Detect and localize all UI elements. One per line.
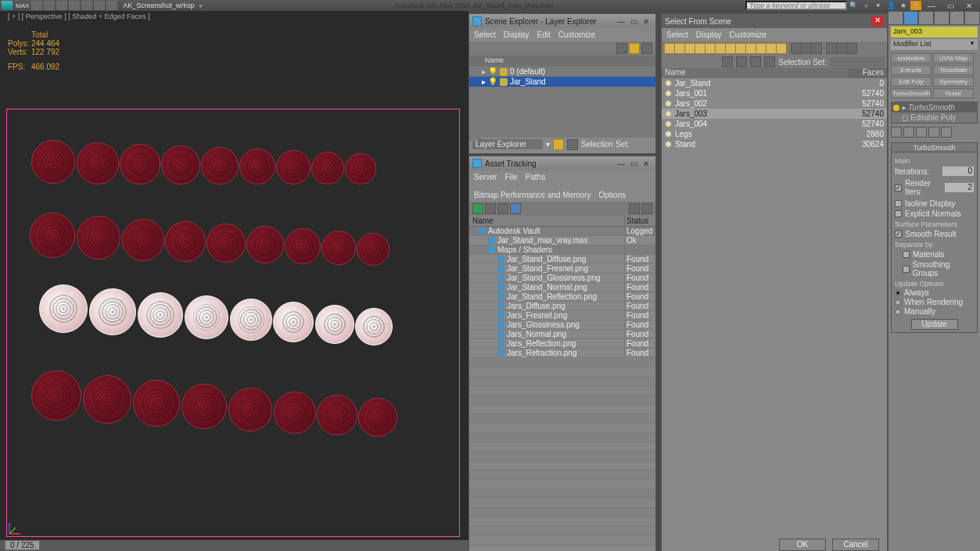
- asset-row[interactable]: Jar_Stand_Reflection.pngFound: [469, 292, 655, 302]
- tree-header-name[interactable]: Name: [469, 55, 655, 66]
- select-row[interactable]: Jars_00352740: [662, 109, 887, 119]
- minimize-panel-button[interactable]: —: [615, 17, 627, 26]
- filter-warp-icon[interactable]: [725, 43, 736, 54]
- view-mode-icon[interactable]: [629, 43, 640, 54]
- menu-display[interactable]: Display: [504, 30, 529, 39]
- table-view-icon[interactable]: [510, 203, 521, 214]
- render-iters-checkbox[interactable]: ✓: [895, 184, 902, 191]
- tree-view-icon[interactable]: [485, 203, 496, 214]
- asset-row[interactable]: Jar_Stand_Diffuse.pngFound: [469, 255, 655, 264]
- link-icon[interactable]: [94, 1, 105, 10]
- signin-icon[interactable]: 👤: [885, 1, 896, 10]
- close-panel-button[interactable]: ✕: [640, 17, 652, 26]
- display-children-icon[interactable]: [791, 43, 802, 54]
- asset-row[interactable]: Jar_Stand_Normal.pngFound: [469, 283, 655, 292]
- manually-radio[interactable]: [895, 309, 901, 315]
- redo-icon[interactable]: [81, 1, 92, 10]
- search-icon[interactable]: [846, 43, 857, 54]
- filter-light-icon[interactable]: [695, 43, 705, 54]
- lock-icon[interactable]: [764, 56, 775, 67]
- display-influences-icon[interactable]: [801, 43, 812, 54]
- select-row[interactable]: Jar_Stand0: [662, 78, 887, 88]
- ok-button[interactable]: OK: [779, 538, 826, 551]
- filter-shape-icon[interactable]: [684, 43, 695, 54]
- project-icon[interactable]: [106, 1, 117, 10]
- smooth-result-checkbox[interactable]: ✓: [895, 231, 902, 238]
- lock-icon[interactable]: [553, 139, 564, 150]
- new-icon[interactable]: [31, 1, 42, 10]
- menu-customize[interactable]: Customize: [558, 30, 595, 39]
- timeline-frame[interactable]: 0 / 225: [5, 540, 40, 550]
- create-tab-icon[interactable]: [888, 11, 903, 25]
- filter-group-icon[interactable]: [735, 43, 746, 54]
- menu-file[interactable]: File: [504, 172, 517, 182]
- pin-stack-icon[interactable]: [891, 127, 902, 138]
- asset-row[interactable]: Jars_Fresnel.pngFound: [469, 311, 655, 320]
- hierarchy-tab-icon[interactable]: [918, 11, 934, 25]
- filter-container-icon[interactable]: [766, 43, 777, 54]
- utilities-tab-icon[interactable]: [964, 11, 980, 25]
- asset-row[interactable]: Jar_Stand_max_vray.maxOk: [469, 236, 655, 245]
- scene-explorer-titlebar[interactable]: Scene Explorer - Layer Explorer — ▭ ✕: [469, 14, 655, 28]
- menu-customize[interactable]: Customize: [730, 30, 766, 39]
- rollout-header[interactable]: TurboSmooth: [891, 142, 978, 152]
- menu-display[interactable]: Display: [696, 30, 722, 39]
- asset-row[interactable]: Jars_Normal.pngFound: [469, 330, 655, 339]
- motion-tab-icon[interactable]: [934, 11, 949, 25]
- modifier-button[interactable]: Extrude: [891, 65, 932, 75]
- stack-item[interactable]: TurboSmooth: [908, 103, 955, 112]
- open-icon[interactable]: [44, 1, 55, 10]
- tree-row[interactable]: ▸💡 Jar_Stand: [469, 77, 655, 87]
- modifier-button[interactable]: TurboSmooth: [891, 88, 932, 98]
- select-row[interactable]: Jars_00452740: [662, 119, 887, 129]
- modifier-button[interactable]: UVW Map: [933, 53, 974, 63]
- show-end-icon[interactable]: [903, 127, 914, 138]
- menu-select[interactable]: Select: [474, 30, 496, 39]
- filter-bone-icon[interactable]: [756, 43, 766, 54]
- maximize-panel-button[interactable]: ▭: [627, 159, 640, 168]
- favorite-icon[interactable]: ★: [898, 1, 909, 10]
- menu-select[interactable]: Select: [666, 30, 688, 39]
- modifier-button[interactable]: Tessellate: [933, 65, 974, 75]
- filter-icon[interactable]: [616, 43, 627, 54]
- expand-icon[interactable]: [736, 56, 747, 67]
- asset-row[interactable]: Jar_Stand_Glossiness.pngFound: [469, 274, 655, 283]
- connect-icon[interactable]: ⟐: [860, 1, 871, 10]
- object-name-field[interactable]: Jars_003: [891, 27, 978, 38]
- select-depends-icon[interactable]: [836, 43, 847, 54]
- menu-options[interactable]: Options: [599, 190, 626, 200]
- modifier-button[interactable]: enderable Spli: [891, 53, 932, 63]
- modifier-stack[interactable]: ▸TurboSmooth ◻Editable Poly: [891, 102, 978, 123]
- tree-row[interactable]: ▸💡 0 (default): [469, 66, 655, 77]
- asset-col-name[interactable]: Name: [469, 216, 624, 226]
- explorer-type-dropdown[interactable]: Layer Explorer: [472, 139, 543, 149]
- menu-bitmap[interactable]: Bitmap Performance and Memory: [474, 190, 591, 200]
- isoline-checkbox[interactable]: [895, 200, 902, 207]
- minimize-panel-button[interactable]: —: [615, 159, 627, 168]
- select-from-scene-titlebar[interactable]: Select From Scene ✕: [662, 14, 887, 28]
- asset-row[interactable]: Jars_Reflection.pngFound: [469, 339, 655, 349]
- menu-paths[interactable]: Paths: [526, 172, 546, 182]
- filter-cam-icon[interactable]: [705, 43, 716, 54]
- asset-row[interactable]: Jars_Diffuse.pngFound: [469, 302, 655, 311]
- asset-row[interactable]: Jar_Stand_Fresnel.pngFound: [469, 264, 655, 274]
- update-button[interactable]: Update: [911, 319, 958, 330]
- col-faces[interactable]: Faces: [848, 68, 887, 78]
- remove-mod-icon[interactable]: [928, 127, 939, 138]
- filter-helper-icon[interactable]: [715, 43, 726, 54]
- asset-row[interactable]: Jars_Glossiness.pngFound: [469, 320, 655, 330]
- iterations-spinner[interactable]: 0: [942, 166, 974, 176]
- display-dependents-icon[interactable]: [811, 43, 822, 54]
- minimize-button[interactable]: —: [922, 0, 941, 11]
- asset-tracking-titlebar[interactable]: Asset Tracking — ▭ ✕: [469, 156, 655, 170]
- modifier-button[interactable]: Edit Poly: [891, 77, 932, 87]
- select-row[interactable]: Stand30624: [662, 139, 887, 149]
- maximize-button[interactable]: ▭: [941, 0, 960, 11]
- menu-server[interactable]: Server: [474, 172, 497, 182]
- refresh-icon[interactable]: [472, 203, 483, 214]
- sync-icon[interactable]: [641, 43, 652, 54]
- undo-icon[interactable]: [69, 1, 80, 10]
- stack-item[interactable]: Editable Poly: [910, 113, 956, 122]
- select-subtree-icon[interactable]: [826, 43, 837, 54]
- render-iters-spinner[interactable]: 2: [945, 183, 974, 192]
